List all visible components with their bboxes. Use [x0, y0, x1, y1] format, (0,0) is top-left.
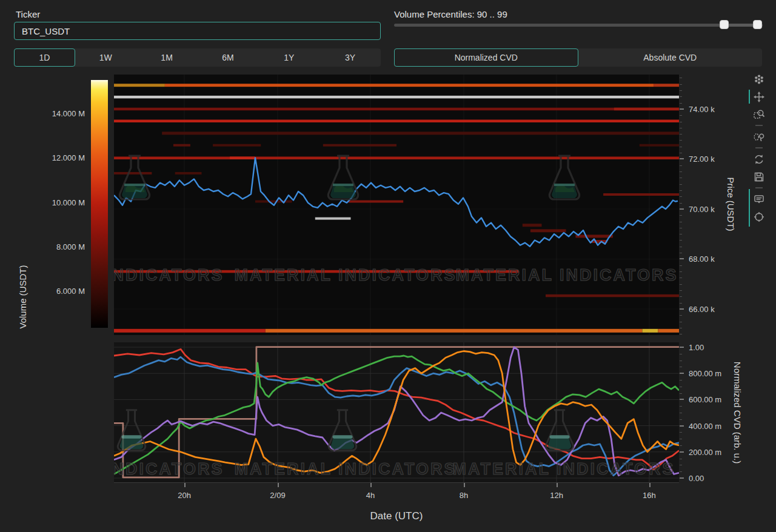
heatmap-row [640, 144, 679, 147]
heatmap-row [523, 224, 542, 227]
plotly-modebar [751, 70, 768, 225]
tick-label [680, 108, 684, 110]
tick-label [680, 171, 682, 172]
tick-label [680, 425, 684, 427]
heatmap-row [603, 193, 679, 196]
tick-label [680, 328, 682, 328]
tick-label: 8.000 M [18, 242, 85, 251]
watermark-flask-icon [541, 152, 587, 203]
heatmap-row [114, 329, 266, 333]
tick-label: 10.000 M [18, 198, 85, 207]
tick-label [649, 483, 651, 487]
tick-label [680, 134, 682, 135]
watermark-text: MATERIAL INDICATORS [218, 266, 473, 285]
tick-label [680, 315, 682, 316]
tick-label [680, 451, 684, 453]
tick-label: 400.00 m [689, 421, 721, 430]
heatmap-row [592, 240, 607, 243]
tick-label [680, 147, 682, 147]
cvd-series-orange [114, 351, 679, 473]
tick-label [680, 354, 682, 354]
volume-axis-title: Volume (USDT) [18, 265, 28, 328]
tick-label: 72.00 k [689, 155, 715, 164]
timeframe-button-6m[interactable]: 6M [197, 48, 258, 67]
tick-label: 1.00 [689, 342, 704, 351]
heatmap-row [114, 120, 679, 123]
tick-label: 68.00 k [689, 254, 715, 264]
timeframe-button-group: 1D 1W 1M 6M 1Y 3Y [14, 48, 381, 67]
heatmap-row [114, 84, 165, 87]
cvd-toggle-absolute[interactable]: Absolute CVD [578, 48, 763, 67]
tick-label [557, 483, 558, 487]
tick-label [680, 334, 682, 334]
slider-handle-low[interactable] [720, 20, 729, 29]
tick-label [680, 208, 684, 210]
tick-label [680, 303, 682, 304]
tick-label [680, 373, 684, 374]
slider-track[interactable] [394, 24, 763, 27]
tick-label [680, 432, 682, 433]
toggle-hover-button[interactable] [752, 191, 766, 207]
timeframe-button-3y[interactable]: 3Y [319, 48, 381, 67]
tick-label [680, 84, 682, 85]
timeframe-button-1w[interactable]: 1W [75, 48, 136, 67]
ticker-label: Ticker [16, 9, 40, 19]
tick-label [464, 483, 465, 487]
tick-label [680, 128, 682, 128]
normalized-cvd-chart[interactable]: MATERIAL INDICATORS MATERIAL INDICATORS … [114, 342, 679, 482]
modebar-divider [755, 125, 763, 126]
tick-label [680, 190, 682, 191]
slider-selected-range [724, 24, 757, 27]
tick-label [680, 265, 682, 266]
reset-axes-button[interactable] [752, 151, 766, 167]
select-lasso-button[interactable] [752, 129, 766, 144]
heatmap-row [255, 201, 292, 203]
tick-label [680, 158, 684, 159]
pan-tool-button[interactable] [752, 89, 766, 104]
heatmap-row [173, 144, 190, 147]
toggle-spikelines-button[interactable] [752, 209, 766, 224]
watermark-flask-icon [321, 407, 364, 454]
cvd-axis-title: Normalized CVD (arb. u.) [732, 362, 743, 464]
tick-label: 16h [643, 491, 656, 500]
heatmap-row [266, 329, 643, 333]
heatmap-row [654, 84, 679, 87]
heatmap-row [114, 157, 679, 160]
tick-label [680, 465, 682, 465]
price-heatmap-chart[interactable]: MATERIAL INDICATORS MATERIAL INDICATORS … [114, 75, 679, 335]
tick-label [680, 96, 682, 97]
tick-label: 8h [460, 491, 468, 500]
tick-label [680, 240, 682, 241]
watermark-flask-icon [114, 407, 153, 454]
tick-label: 66.00 k [689, 304, 715, 313]
box-zoom-button[interactable] [752, 107, 766, 122]
download-plot-button[interactable] [752, 169, 766, 184]
volume-percentile-slider[interactable] [394, 20, 763, 30]
timeframe-button-1d[interactable]: 1D [14, 48, 75, 67]
date-axis-title: Date (UTC) [370, 510, 423, 522]
tick-label [680, 322, 682, 322]
tick-label [680, 445, 682, 446]
tick-label [680, 258, 684, 259]
heatmap-row [546, 294, 679, 298]
tick-label [184, 483, 186, 487]
tick-label [278, 483, 279, 487]
tick-label: 800.00 m [689, 369, 721, 378]
watermark-text: MATERIAL INDICATORS [218, 460, 473, 479]
heatmap-row [165, 84, 654, 87]
heatmap-row [642, 329, 658, 333]
slider-handle-high[interactable] [753, 20, 762, 29]
timeframe-button-1m[interactable]: 1M [136, 48, 198, 67]
tick-label: 2/09 [270, 491, 285, 500]
tick-label [680, 477, 684, 479]
heatmap-row [230, 157, 255, 160]
timeframe-button-1y[interactable]: 1Y [258, 48, 319, 67]
tick-label [680, 153, 682, 153]
plotly-logo-icon[interactable] [752, 71, 766, 87]
tick-label: 70.00 k [689, 204, 715, 213]
tick-label: 4h [366, 491, 375, 500]
price-axis-title: Price (USDT) [726, 177, 736, 231]
ticker-input[interactable] [14, 22, 381, 40]
cvd-toggle-normalized[interactable]: Normalized CVD [394, 48, 578, 67]
tick-label [680, 165, 682, 166]
